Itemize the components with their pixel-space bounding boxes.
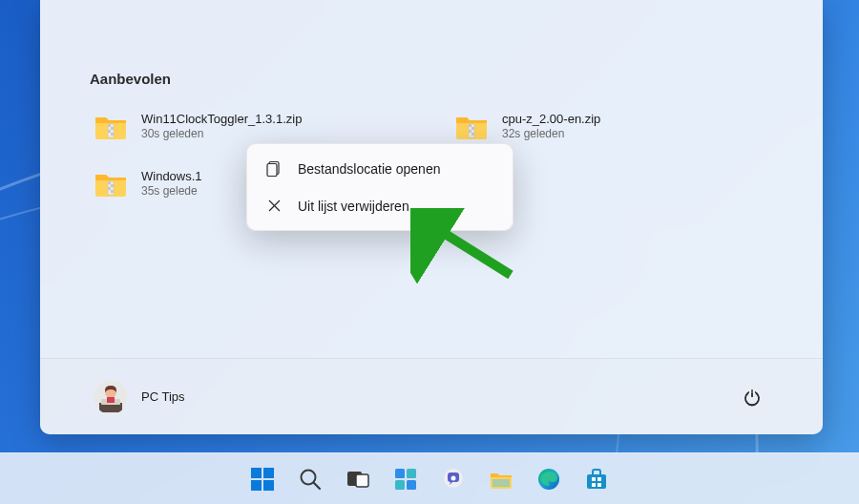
svg-rect-4 bbox=[111, 133, 114, 136]
recommended-item[interactable]: cpu-z_2.00-en.zip 32s geleden bbox=[450, 106, 773, 146]
edge-icon bbox=[536, 467, 561, 492]
svg-rect-43 bbox=[492, 479, 510, 487]
svg-line-28 bbox=[431, 225, 511, 275]
svg-rect-6 bbox=[469, 124, 471, 127]
svg-rect-13 bbox=[108, 187, 111, 190]
taskbar-search-button[interactable] bbox=[290, 459, 330, 499]
svg-line-34 bbox=[314, 483, 320, 489]
svg-rect-38 bbox=[407, 469, 416, 478]
taskbar-start-button[interactable] bbox=[242, 459, 283, 499]
svg-rect-1 bbox=[108, 124, 111, 127]
svg-rect-46 bbox=[592, 477, 596, 481]
svg-rect-32 bbox=[263, 480, 274, 491]
menu-open-file-location[interactable]: Bestandslocatie openen bbox=[253, 150, 507, 187]
recommended-item-text: Win11ClockToggler_1.3.1.zip 30s geleden bbox=[141, 112, 302, 140]
recommended-item-name: Win11ClockToggler_1.3.1.zip bbox=[141, 112, 302, 126]
close-icon bbox=[266, 198, 283, 214]
recommended-item[interactable]: Win11ClockToggler_1.3.1.zip 30s geleden bbox=[90, 106, 412, 146]
user-name-label: PC Tips bbox=[141, 389, 185, 404]
menu-item-label: Bestandslocatie openen bbox=[298, 161, 440, 177]
recommended-item-time: 35s gelede bbox=[141, 184, 202, 198]
recommended-section-title: Aanbevolen bbox=[90, 71, 773, 87]
taskbar-chat-button[interactable] bbox=[433, 459, 473, 499]
power-button[interactable] bbox=[735, 380, 769, 414]
power-icon bbox=[743, 388, 762, 407]
search-icon bbox=[298, 467, 323, 492]
taskbar-task-view-button[interactable] bbox=[338, 459, 378, 499]
recommended-item-text: cpu-z_2.00-en.zip 32s geleden bbox=[502, 112, 600, 140]
svg-rect-31 bbox=[251, 480, 262, 491]
recommended-item-text: Windows.1 35s gelede bbox=[141, 169, 202, 198]
svg-rect-3 bbox=[108, 130, 111, 133]
svg-rect-37 bbox=[395, 469, 405, 478]
svg-rect-39 bbox=[395, 480, 405, 490]
svg-rect-14 bbox=[111, 190, 114, 193]
zip-folder-icon bbox=[94, 112, 128, 140]
windows-start-icon bbox=[250, 467, 275, 492]
svg-rect-36 bbox=[356, 474, 368, 487]
start-menu-footer: PC Tips bbox=[40, 358, 823, 434]
svg-rect-45 bbox=[587, 474, 606, 489]
svg-rect-29 bbox=[251, 468, 262, 478]
taskbar-file-explorer-button[interactable] bbox=[481, 459, 521, 499]
svg-rect-2 bbox=[111, 127, 114, 130]
microsoft-store-icon bbox=[584, 467, 609, 492]
svg-rect-11 bbox=[108, 181, 111, 184]
recommended-item-name: Windows.1 bbox=[141, 169, 202, 183]
recommended-item-time: 32s geleden bbox=[502, 127, 600, 140]
widgets-icon bbox=[393, 467, 418, 492]
recommended-item-name: cpu-z_2.00-en.zip bbox=[502, 112, 600, 126]
menu-item-label: Uit lijst verwijderen bbox=[298, 199, 409, 214]
taskbar bbox=[0, 452, 859, 504]
file-explorer-icon bbox=[489, 467, 513, 492]
svg-rect-49 bbox=[597, 483, 601, 487]
svg-rect-8 bbox=[469, 130, 471, 133]
avatar bbox=[94, 380, 128, 414]
svg-rect-7 bbox=[471, 127, 474, 130]
file-location-icon bbox=[266, 160, 283, 177]
taskbar-store-button[interactable] bbox=[576, 459, 617, 499]
recommended-item-time: 30s geleden bbox=[141, 127, 302, 140]
svg-rect-48 bbox=[592, 483, 596, 487]
svg-rect-19 bbox=[107, 397, 115, 403]
svg-rect-47 bbox=[597, 477, 601, 481]
task-view-icon bbox=[346, 467, 370, 492]
svg-rect-12 bbox=[111, 184, 114, 187]
taskbar-widgets-button[interactable] bbox=[386, 459, 426, 499]
svg-rect-25 bbox=[267, 164, 277, 177]
zip-folder-icon bbox=[94, 169, 128, 198]
svg-rect-40 bbox=[407, 480, 416, 490]
user-account-button[interactable]: PC Tips bbox=[94, 380, 185, 414]
taskbar-edge-button[interactable] bbox=[529, 459, 569, 499]
annotation-arrow bbox=[410, 208, 525, 298]
svg-rect-9 bbox=[471, 133, 474, 136]
zip-folder-icon bbox=[454, 112, 489, 140]
svg-rect-30 bbox=[263, 468, 274, 478]
chat-icon bbox=[441, 467, 466, 492]
